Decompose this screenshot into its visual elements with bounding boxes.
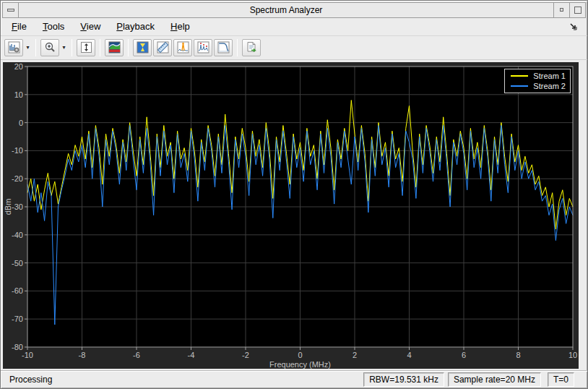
toolbar-separator [128, 39, 129, 56]
minimize-button[interactable] [553, 3, 569, 17]
menu-file[interactable]: File [7, 19, 32, 34]
peak-finder-icon [177, 41, 189, 54]
rbw-readout: RBW=19.531 kHz [363, 372, 444, 387]
menu-view[interactable]: View [75, 19, 105, 34]
dock-arrow-icon[interactable] [568, 22, 579, 32]
y-tick-label: 0 [19, 118, 23, 127]
legend-item-stream1[interactable]: Stream 1 [511, 72, 566, 80]
window-title: Spectrum Analyzer [19, 3, 553, 17]
legend-label: Stream 2 [533, 82, 566, 90]
spectrum-display-icon [108, 41, 121, 54]
y-axis-label: dBm [4, 198, 12, 215]
y-tick-label: -10 [12, 146, 23, 155]
cursor-measurements-button[interactable] [133, 39, 152, 56]
menu-tools[interactable]: Tools [38, 19, 69, 34]
time-readout: T=0 [548, 372, 574, 387]
y-tick-label: -50 [12, 258, 23, 267]
spectrum-settings-button[interactable] [4, 39, 23, 56]
plot-panel: -10-8-6-4-2024681020100-10-20-30-40-50-6… [3, 62, 579, 369]
toolbar-separator [237, 39, 238, 56]
window-menu-icon [7, 9, 14, 12]
x-tick-label: -8 [79, 351, 86, 359]
spectrum-analyzer-window: Spectrum Analyzer File Tools View Playba… [0, 0, 588, 389]
y-tick-label: 20 [14, 62, 23, 71]
toolbar-separator [100, 39, 100, 56]
generate-script-button[interactable] [242, 39, 261, 56]
x-tick-label: 6 [462, 351, 466, 359]
legend-item-stream2[interactable]: Stream 2 [511, 82, 566, 90]
spectrum-plot[interactable]: -10-8-6-4-2024681020100-10-20-30-40-50-6… [3, 62, 579, 369]
x-tick-label: -4 [188, 351, 195, 359]
sample-rate-readout: Sample rate=20 MHz [448, 372, 541, 387]
y-tick-label: -70 [12, 315, 23, 323]
titlebar: Spectrum Analyzer [2, 2, 586, 18]
generate-script-icon [246, 41, 258, 54]
statusbar: Processing RBW=19.531 kHz Sample rate=20… [1, 370, 587, 389]
zoom-in-button[interactable] [40, 39, 59, 56]
distortion-measurements-icon [197, 41, 209, 54]
spectrum-settings-dropdown[interactable]: ▾ [24, 39, 32, 56]
ccdf-measurements-button[interactable] [214, 39, 233, 56]
maximize-button[interactable] [569, 3, 585, 17]
distortion-measurements-button[interactable] [194, 39, 212, 56]
full-span-icon [80, 41, 92, 54]
stream1-line-swatch [511, 75, 528, 77]
legend-label: Stream 1 [533, 72, 566, 80]
menu-playback[interactable]: Playback [111, 19, 160, 34]
y-tick-label: -30 [12, 202, 23, 211]
y-tick-label: -80 [12, 343, 23, 351]
full-span-button[interactable] [77, 39, 95, 56]
peak-finder-button[interactable] [173, 39, 192, 56]
x-axis-label: Frequency (MHz) [269, 360, 331, 369]
spectrum-settings-icon [8, 41, 20, 54]
x-tick-label: 10 [568, 351, 577, 359]
legend[interactable]: Stream 1 Stream 2 [504, 69, 571, 93]
y-tick-label: 10 [14, 90, 23, 98]
minimize-icon [560, 8, 563, 12]
menu-help[interactable]: Help [165, 19, 195, 34]
x-tick-label: -6 [133, 351, 140, 359]
status-message: Processing [4, 375, 360, 385]
menubar: File Tools View Playback Help [1, 18, 587, 37]
y-tick-label: -20 [12, 174, 23, 183]
zoom-in-icon [44, 41, 56, 54]
signal-measurements-icon [157, 41, 169, 54]
y-tick-label: -40 [12, 230, 23, 239]
y-tick-label: -60 [12, 286, 23, 295]
cursor-measurements-icon [137, 41, 149, 54]
spectrum-display-button[interactable] [105, 39, 124, 56]
x-tick-label: 2 [353, 351, 357, 359]
toolbar: ▾ ▾ [1, 36, 587, 59]
zoom-dropdown[interactable]: ▾ [60, 39, 68, 56]
toolbar-separator [35, 39, 36, 56]
window-menu-button[interactable] [3, 3, 19, 17]
maximize-icon [574, 7, 581, 14]
x-tick-label: 8 [516, 351, 520, 359]
x-tick-label: -10 [22, 351, 33, 359]
stream2-line-swatch [511, 85, 528, 87]
ccdf-measurements-icon [217, 41, 230, 54]
x-tick-label: 4 [407, 351, 411, 359]
toolbar-separator [72, 39, 72, 56]
x-tick-label: -2 [242, 351, 249, 359]
x-tick-label: 0 [298, 351, 302, 359]
signal-measurements-button[interactable] [153, 39, 172, 56]
